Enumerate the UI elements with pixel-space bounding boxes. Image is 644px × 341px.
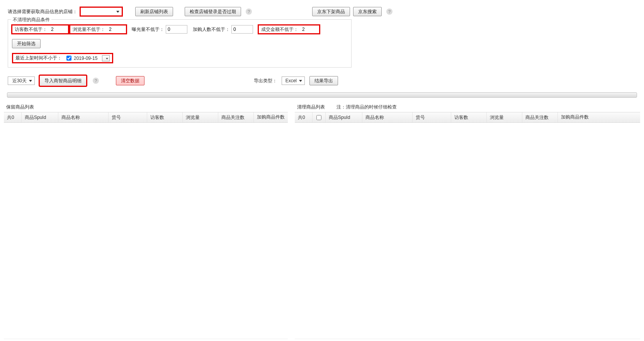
import-detail-button[interactable]: 导入商智商品明细 [39, 75, 87, 86]
col-pv[interactable]: 浏览量 [183, 112, 218, 122]
clean-list-title: 清理商品列表 [297, 104, 325, 110]
chevron-down-icon [29, 80, 32, 82]
col-code[interactable]: 货号 [109, 112, 147, 122]
date-enable-checkbox[interactable] [66, 56, 71, 61]
col-count: 共0 [295, 112, 313, 122]
col-addcart[interactable]: 加购商品件数 [558, 112, 640, 122]
col-name[interactable]: 商品名称 [58, 112, 109, 122]
clean-list-panel: 清理商品列表 注：清理商品的时候仔细检查 共0 商品SpuId 商品名称 货号 … [295, 102, 640, 339]
start-filter-button[interactable]: 开始筛选 [12, 39, 41, 48]
keep-list-header: 共0 商品SpuId 商品名称 货号 访客数 浏览量 商品关注数 加购商品件数 [4, 112, 288, 123]
clean-list-header: 共0 商品SpuId 商品名称 货号 访客数 浏览量 商品关注数 加购商品件数 [295, 112, 640, 123]
pv-filter[interactable]: 浏览量不低于： [70, 25, 126, 34]
col-visitor[interactable]: 访客数 [451, 112, 487, 122]
filter-legend: 不清理的商品条件 [11, 17, 51, 23]
export-type-value: Excel [285, 78, 297, 83]
filter-row-2: 最近上架时间不小于： 2019-09-15 [12, 53, 347, 63]
help-icon[interactable]: ? [386, 8, 393, 15]
col-addcart[interactable]: 加购商品件数 [254, 112, 288, 122]
keep-list-body [4, 123, 288, 339]
pv-label: 浏览量不低于： [70, 26, 107, 33]
select-shop-label: 请选择需要获取商品信息的店铺： [8, 8, 77, 15]
calendar-icon[interactable] [102, 55, 110, 61]
addcart-filter[interactable] [231, 25, 253, 34]
separator-bar [7, 92, 637, 98]
date-value: 2019-09-15 [74, 56, 97, 61]
expose-input[interactable] [166, 25, 187, 33]
clean-list-note: 注：清理商品的时候仔细检查 [336, 104, 397, 110]
clean-list-body [295, 123, 640, 339]
filter-row-1: 访客数不低于： 浏览量不低于： 曝光量不低于： 加购人数不低于： 成交金额不低于… [12, 25, 347, 48]
export-type-label: 导出类型： [254, 78, 277, 84]
col-visitor[interactable]: 访客数 [147, 112, 183, 122]
date-label: 最近上架时间不小于： [15, 55, 62, 61]
chevron-down-icon [299, 80, 302, 82]
addcart-label: 加购人数不低于： [193, 26, 230, 33]
lists-area: 保留商品列表 共0 商品SpuId 商品名称 货号 访客数 浏览量 商品关注数 … [0, 102, 644, 339]
range-value: 近30天 [12, 78, 27, 84]
deal-label: 成交金额不低于： [259, 26, 301, 33]
addcart-input[interactable] [232, 25, 253, 33]
visitor-filter[interactable]: 访客数不低于： [12, 25, 68, 34]
clear-data-button[interactable]: 清空数据 [116, 76, 144, 85]
select-all-checkbox[interactable] [316, 115, 321, 120]
col-name[interactable]: 商品名称 [362, 112, 413, 122]
shop-dropdown[interactable] [80, 7, 122, 16]
date-filter-block: 最近上架时间不小于： 2019-09-15 [12, 53, 113, 63]
filter-fieldset: 不清理的商品条件 访客数不低于： 浏览量不低于： 曝光量不低于： 加购人数不低于… [8, 19, 352, 68]
deal-filter[interactable]: 成交金额不低于： [258, 25, 319, 34]
visitor-input[interactable] [49, 25, 68, 33]
help-icon[interactable]: ? [246, 8, 252, 15]
export-type-dropdown[interactable]: Excel [282, 76, 305, 85]
deal-input[interactable] [301, 25, 319, 33]
expose-label: 曝光量不低于： [132, 26, 164, 33]
help-icon[interactable]: ? [93, 78, 99, 84]
col-checkbox[interactable] [313, 112, 326, 122]
export-result-button[interactable]: 结果导出 [309, 76, 338, 85]
range-dropdown[interactable]: 近30天 [8, 76, 35, 85]
col-follow[interactable]: 商品关注数 [522, 112, 558, 122]
chevron-down-icon [116, 11, 119, 13]
refresh-shops-button[interactable]: 刷新店铺列表 [135, 7, 173, 16]
col-code[interactable]: 货号 [413, 112, 451, 122]
col-spu[interactable]: 商品SpuId [22, 112, 58, 122]
col-follow[interactable]: 商品关注数 [218, 112, 254, 122]
col-spu[interactable]: 商品SpuId [326, 112, 362, 122]
mid-bar: 近30天 导入商智商品明细 ? 清空数据 导出类型： Excel 结果导出 [0, 71, 644, 90]
pv-input[interactable] [107, 25, 126, 33]
expose-filter[interactable] [166, 25, 187, 34]
keep-list-title: 保留商品列表 [6, 104, 34, 110]
keep-list-panel: 保留商品列表 共0 商品SpuId 商品名称 货号 访客数 浏览量 商品关注数 … [4, 102, 288, 339]
col-pv[interactable]: 浏览量 [487, 112, 522, 122]
check-login-button[interactable]: 检查店铺登录是否过期 [185, 7, 241, 16]
jd-offshelf-button[interactable]: 京东下架商品 [312, 7, 350, 16]
visitor-label: 访客数不低于： [12, 26, 49, 33]
top-bar: 请选择需要获取商品信息的店铺： 刷新店铺列表 检查店铺登录是否过期 ? 京东下架… [0, 0, 644, 19]
jd-search-button[interactable]: 京东搜索 [353, 7, 382, 16]
col-count: 共0 [4, 112, 22, 122]
